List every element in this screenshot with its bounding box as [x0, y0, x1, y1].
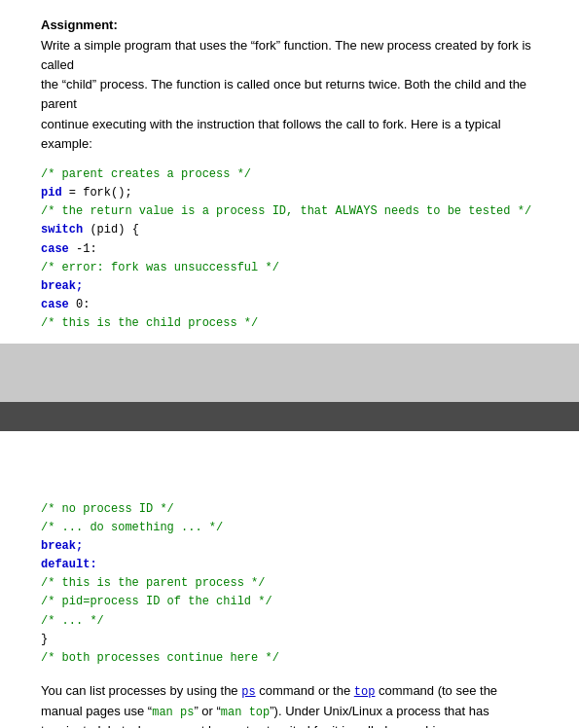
code-line-5: case -1: [41, 240, 538, 259]
code-line-2: pid = fork(); [41, 184, 538, 202]
code-line-8: case 0: [41, 296, 538, 314]
code-line-b3: break; [41, 537, 538, 556]
code-line-3: /* the return value is a process ID, tha… [41, 202, 538, 221]
code-line-6: /* error: fork was unsuccessful */ [41, 259, 538, 277]
body-paragraph-1: You can list processes by using the ps c… [41, 681, 538, 728]
code-line-b9: /* both processes continue here */ [41, 649, 538, 668]
code-line-b2: /* ... do something ... */ [41, 519, 538, 537]
code-line-b7: /* ... */ [41, 612, 538, 631]
code-line-b4: default: [41, 556, 538, 574]
dark-separator-bar [0, 402, 579, 431]
code-line-b6: /* pid=process ID of the child */ [41, 593, 538, 611]
spacer-below-bar [41, 431, 538, 485]
code-line-9: /* this is the child process */ [41, 314, 538, 333]
code-block-bottom: /* no process ID */ /* ... do something … [41, 500, 538, 669]
page-container: Assignment: Write a simple program that … [0, 0, 579, 728]
code-line-1: /* parent creates a process */ [41, 165, 538, 184]
separator-gray [0, 344, 579, 402]
code-line-7: break; [41, 277, 538, 296]
code-line-b5: /* this is the parent process */ [41, 574, 538, 593]
code-line-b8: } [41, 631, 538, 649]
assignment-description: Write a simple program that uses the “fo… [41, 36, 538, 154]
code-line-4: switch (pid) { [41, 221, 538, 239]
assignment-label: Assignment: [41, 18, 538, 32]
code-block-top: /* parent creates a process */ pid = for… [41, 165, 538, 334]
code-line-b1: /* no process ID */ [41, 500, 538, 519]
